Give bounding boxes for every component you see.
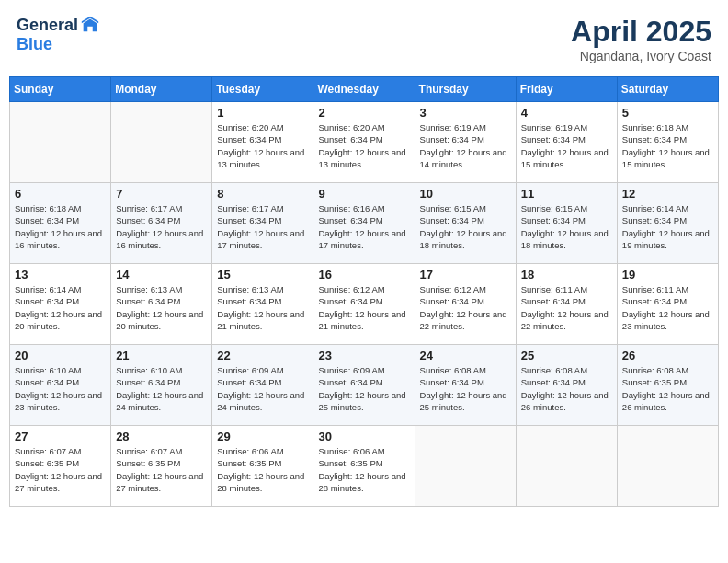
calendar-day-26: 26Sunrise: 6:08 AM Sunset: 6:35 PM Dayli… bbox=[617, 345, 718, 426]
calendar-week-3: 13Sunrise: 6:14 AM Sunset: 6:34 PM Dayli… bbox=[10, 264, 719, 345]
day-number: 30 bbox=[318, 430, 409, 443]
day-detail: Sunrise: 6:19 AM Sunset: 6:34 PM Dayligh… bbox=[420, 121, 511, 170]
day-number: 1 bbox=[217, 106, 308, 120]
day-detail: Sunrise: 6:13 AM Sunset: 6:34 PM Dayligh… bbox=[217, 283, 308, 332]
day-detail: Sunrise: 6:17 AM Sunset: 6:34 PM Dayligh… bbox=[217, 202, 308, 251]
calendar-day-30: 30Sunrise: 6:06 AM Sunset: 6:35 PM Dayli… bbox=[313, 426, 415, 507]
calendar-day-13: 13Sunrise: 6:14 AM Sunset: 6:34 PM Dayli… bbox=[10, 264, 111, 345]
day-number: 22 bbox=[217, 349, 308, 362]
logo-general: General bbox=[17, 16, 78, 35]
calendar-day-16: 16Sunrise: 6:12 AM Sunset: 6:34 PM Dayli… bbox=[313, 264, 415, 345]
day-number: 29 bbox=[217, 430, 308, 443]
day-detail: Sunrise: 6:09 AM Sunset: 6:34 PM Dayligh… bbox=[217, 364, 308, 413]
calendar-day-4: 4Sunrise: 6:19 AM Sunset: 6:34 PM Daylig… bbox=[516, 102, 617, 183]
weekday-header-row: SundayMondayTuesdayWednesdayThursdayFrid… bbox=[10, 77, 719, 102]
page-header: General Blue April 2025 Ngandana, Ivory … bbox=[9, 9, 719, 69]
weekday-thursday: Thursday bbox=[415, 77, 516, 102]
day-detail: Sunrise: 6:14 AM Sunset: 6:34 PM Dayligh… bbox=[15, 283, 106, 332]
calendar-day-3: 3Sunrise: 6:19 AM Sunset: 6:34 PM Daylig… bbox=[415, 102, 516, 183]
day-number: 8 bbox=[217, 187, 308, 201]
calendar-day-18: 18Sunrise: 6:11 AM Sunset: 6:34 PM Dayli… bbox=[516, 264, 617, 345]
day-detail: Sunrise: 6:15 AM Sunset: 6:34 PM Dayligh… bbox=[420, 202, 511, 251]
day-number: 17 bbox=[420, 268, 511, 282]
day-detail: Sunrise: 6:08 AM Sunset: 6:34 PM Dayligh… bbox=[420, 364, 511, 413]
calendar-day-7: 7Sunrise: 6:17 AM Sunset: 6:34 PM Daylig… bbox=[111, 183, 212, 264]
day-number: 27 bbox=[15, 430, 106, 443]
day-detail: Sunrise: 6:15 AM Sunset: 6:34 PM Dayligh… bbox=[521, 202, 612, 251]
day-number: 3 bbox=[420, 106, 511, 120]
day-detail: Sunrise: 6:07 AM Sunset: 6:35 PM Dayligh… bbox=[15, 445, 106, 494]
calendar-day-empty bbox=[111, 102, 212, 183]
day-detail: Sunrise: 6:18 AM Sunset: 6:34 PM Dayligh… bbox=[622, 121, 713, 170]
day-number: 7 bbox=[116, 187, 207, 201]
calendar-day-19: 19Sunrise: 6:11 AM Sunset: 6:34 PM Dayli… bbox=[617, 264, 718, 345]
logo-blue: Blue bbox=[17, 35, 52, 53]
day-detail: Sunrise: 6:18 AM Sunset: 6:34 PM Dayligh… bbox=[15, 202, 106, 251]
calendar-week-4: 20Sunrise: 6:10 AM Sunset: 6:34 PM Dayli… bbox=[10, 345, 719, 426]
calendar-week-2: 6Sunrise: 6:18 AM Sunset: 6:34 PM Daylig… bbox=[10, 183, 719, 264]
day-number: 14 bbox=[116, 268, 207, 282]
calendar-day-24: 24Sunrise: 6:08 AM Sunset: 6:34 PM Dayli… bbox=[415, 345, 516, 426]
weekday-monday: Monday bbox=[111, 77, 212, 102]
calendar-day-23: 23Sunrise: 6:09 AM Sunset: 6:34 PM Dayli… bbox=[313, 345, 415, 426]
calendar-day-15: 15Sunrise: 6:13 AM Sunset: 6:34 PM Dayli… bbox=[212, 264, 313, 345]
calendar-day-9: 9Sunrise: 6:16 AM Sunset: 6:34 PM Daylig… bbox=[313, 183, 415, 264]
calendar-body: 1Sunrise: 6:20 AM Sunset: 6:34 PM Daylig… bbox=[10, 102, 719, 507]
calendar-week-5: 27Sunrise: 6:07 AM Sunset: 6:35 PM Dayli… bbox=[10, 426, 719, 507]
day-detail: Sunrise: 6:06 AM Sunset: 6:35 PM Dayligh… bbox=[217, 445, 308, 494]
day-number: 5 bbox=[622, 106, 713, 120]
calendar-day-20: 20Sunrise: 6:10 AM Sunset: 6:34 PM Dayli… bbox=[10, 345, 111, 426]
day-detail: Sunrise: 6:11 AM Sunset: 6:34 PM Dayligh… bbox=[622, 283, 713, 332]
calendar-week-1: 1Sunrise: 6:20 AM Sunset: 6:34 PM Daylig… bbox=[10, 102, 719, 183]
calendar-day-29: 29Sunrise: 6:06 AM Sunset: 6:35 PM Dayli… bbox=[212, 426, 313, 507]
day-detail: Sunrise: 6:13 AM Sunset: 6:34 PM Dayligh… bbox=[116, 283, 207, 332]
day-number: 13 bbox=[15, 268, 106, 282]
calendar-day-empty bbox=[516, 426, 617, 507]
weekday-wednesday: Wednesday bbox=[313, 77, 415, 102]
day-number: 15 bbox=[217, 268, 308, 282]
weekday-sunday: Sunday bbox=[10, 77, 111, 102]
calendar-day-1: 1Sunrise: 6:20 AM Sunset: 6:34 PM Daylig… bbox=[212, 102, 313, 183]
calendar-day-8: 8Sunrise: 6:17 AM Sunset: 6:34 PM Daylig… bbox=[212, 183, 313, 264]
day-detail: Sunrise: 6:19 AM Sunset: 6:34 PM Dayligh… bbox=[521, 121, 612, 170]
day-number: 16 bbox=[318, 268, 409, 282]
day-number: 10 bbox=[420, 187, 511, 201]
day-detail: Sunrise: 6:12 AM Sunset: 6:34 PM Dayligh… bbox=[318, 283, 409, 332]
day-detail: Sunrise: 6:20 AM Sunset: 6:34 PM Dayligh… bbox=[217, 121, 308, 170]
day-detail: Sunrise: 6:08 AM Sunset: 6:35 PM Dayligh… bbox=[622, 364, 713, 413]
calendar-day-empty bbox=[415, 426, 516, 507]
calendar-day-5: 5Sunrise: 6:18 AM Sunset: 6:34 PM Daylig… bbox=[617, 102, 718, 183]
day-detail: Sunrise: 6:10 AM Sunset: 6:34 PM Dayligh… bbox=[15, 364, 106, 413]
day-number: 12 bbox=[622, 187, 713, 201]
day-number: 18 bbox=[521, 268, 612, 282]
day-number: 26 bbox=[622, 349, 713, 362]
day-detail: Sunrise: 6:17 AM Sunset: 6:34 PM Dayligh… bbox=[116, 202, 207, 251]
day-detail: Sunrise: 6:07 AM Sunset: 6:35 PM Dayligh… bbox=[116, 445, 207, 494]
day-detail: Sunrise: 6:20 AM Sunset: 6:34 PM Dayligh… bbox=[318, 121, 409, 170]
day-number: 11 bbox=[521, 187, 612, 201]
day-detail: Sunrise: 6:08 AM Sunset: 6:34 PM Dayligh… bbox=[521, 364, 612, 413]
weekday-tuesday: Tuesday bbox=[212, 77, 313, 102]
day-number: 19 bbox=[622, 268, 713, 282]
day-detail: Sunrise: 6:11 AM Sunset: 6:34 PM Dayligh… bbox=[521, 283, 612, 332]
calendar-day-22: 22Sunrise: 6:09 AM Sunset: 6:34 PM Dayli… bbox=[212, 345, 313, 426]
weekday-friday: Friday bbox=[516, 77, 617, 102]
calendar-day-17: 17Sunrise: 6:12 AM Sunset: 6:34 PM Dayli… bbox=[415, 264, 516, 345]
day-number: 23 bbox=[318, 349, 409, 362]
day-number: 21 bbox=[116, 349, 207, 362]
location: Ngandana, Ivory Coast bbox=[571, 49, 711, 63]
weekday-saturday: Saturday bbox=[617, 77, 718, 102]
calendar-day-28: 28Sunrise: 6:07 AM Sunset: 6:35 PM Dayli… bbox=[111, 426, 212, 507]
calendar-day-10: 10Sunrise: 6:15 AM Sunset: 6:34 PM Dayli… bbox=[415, 183, 516, 264]
calendar-day-empty bbox=[617, 426, 718, 507]
day-number: 25 bbox=[521, 349, 612, 362]
calendar-day-27: 27Sunrise: 6:07 AM Sunset: 6:35 PM Dayli… bbox=[10, 426, 111, 507]
calendar-day-25: 25Sunrise: 6:08 AM Sunset: 6:34 PM Dayli… bbox=[516, 345, 617, 426]
day-detail: Sunrise: 6:14 AM Sunset: 6:34 PM Dayligh… bbox=[622, 202, 713, 251]
day-number: 2 bbox=[318, 106, 409, 120]
day-detail: Sunrise: 6:16 AM Sunset: 6:34 PM Dayligh… bbox=[318, 202, 409, 251]
day-number: 20 bbox=[15, 349, 106, 362]
day-number: 4 bbox=[521, 106, 612, 120]
day-detail: Sunrise: 6:10 AM Sunset: 6:34 PM Dayligh… bbox=[116, 364, 207, 413]
day-detail: Sunrise: 6:06 AM Sunset: 6:35 PM Dayligh… bbox=[318, 445, 409, 494]
